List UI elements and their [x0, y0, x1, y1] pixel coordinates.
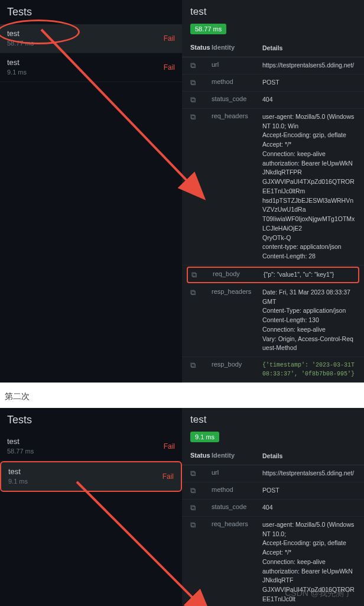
identity-cell: method — [212, 486, 262, 493]
identity-cell: resp_body — [212, 361, 262, 368]
link-icon[interactable]: ⧉ — [190, 112, 212, 122]
test-time: 58.77 ms — [7, 448, 175, 455]
link-icon[interactable]: ⧉ — [190, 361, 212, 370]
identity-cell: url — [212, 469, 262, 476]
identity-cell: resp_headers — [212, 288, 262, 295]
link-icon[interactable]: ⧉ — [191, 270, 213, 280]
time-badge: 58.77 ms — [190, 24, 226, 34]
identity-cell: req_body — [213, 270, 264, 277]
table-header: Status Identity Details — [182, 40, 364, 57]
table-row-url: ⧉urlhttps://testprentalsers5.dding.net/ — [182, 57, 364, 74]
identity-cell: status_code — [212, 95, 262, 102]
col-details: Details — [262, 452, 356, 461]
panel-1: Tests test 58.77 ms Fail test 9.1 ms Fai… — [0, 0, 364, 383]
details-cell: {'timestamp': '2023-03-31T08:33:37', '0f… — [262, 361, 356, 378]
table-row-resp_body: ⧉resp_body{'timestamp': '2023-03-31T08:3… — [182, 357, 364, 383]
identity-cell: url — [212, 61, 262, 68]
identity-cell: req_headers — [212, 112, 262, 119]
link-icon[interactable]: ⧉ — [190, 78, 212, 88]
details-cell: Date: Fri, 31 Mar 2023 08:33:37 GMT Cont… — [262, 288, 356, 353]
identity-cell: req_headers — [212, 520, 262, 527]
col-status: Status — [190, 452, 212, 459]
test-item-1[interactable]: test 58.77 ms Fail — [0, 432, 182, 461]
link-icon[interactable]: ⧉ — [190, 503, 212, 513]
table-row-url: ⧉urlhttps://testprentalsers5.dding.net/ — [182, 465, 364, 482]
table-header: Status Identity Details — [182, 448, 364, 465]
tests-header: Tests — [0, 0, 182, 24]
details-cell: 404 — [262, 95, 356, 105]
link-icon[interactable]: ⧉ — [190, 520, 212, 530]
panel-2: Tests test 58.77 ms Fail test 9.1 ms Fai… — [0, 408, 364, 606]
detail-header: test — [182, 408, 364, 429]
table-row-req_body: ⧉req_body{"p": "value1", "u": "key1"} — [187, 267, 359, 283]
link-icon[interactable]: ⧉ — [190, 95, 212, 105]
test-name: test — [7, 58, 175, 67]
test-status: Fail — [164, 34, 175, 43]
test-item-2[interactable]: test 9.1 ms Fail — [0, 53, 182, 82]
details-cell: user-agent: Mozilla/5.0 (Windows NT 10.0… — [262, 112, 356, 261]
detail-header: test — [182, 0, 364, 21]
test-name: test — [8, 467, 174, 476]
test-status: Fail — [162, 472, 174, 481]
table-row-req_headers: ⧉req_headersuser-agent: Mozilla/5.0 (Win… — [182, 109, 364, 265]
time-badge: 9.1 ms — [190, 432, 219, 442]
link-icon[interactable]: ⧉ — [190, 469, 212, 478]
table-row-status_code: ⧉status_code404 — [182, 500, 364, 517]
col-details: Details — [262, 44, 356, 53]
table-row-method: ⧉methodPOST — [182, 482, 364, 500]
details-cell: https://testprentalsers5.dding.net/ — [262, 61, 356, 70]
col-identity: Identity — [212, 44, 262, 51]
details-cell: 404 — [262, 503, 356, 513]
test-time: 58.77 ms — [7, 40, 175, 47]
tests-header: Tests — [0, 408, 182, 432]
test-item-1[interactable]: test 58.77 ms Fail — [0, 24, 182, 53]
test-name: test — [7, 29, 175, 38]
table-row-resp_headers: ⧉resp_headersDate: Fri, 31 Mar 2023 08:3… — [182, 284, 364, 357]
test-time: 9.1 ms — [7, 69, 175, 76]
col-identity: Identity — [212, 452, 262, 459]
link-icon[interactable]: ⧉ — [190, 288, 212, 297]
test-details: test 58.77 ms Status Identity Details ⧉u… — [182, 0, 364, 383]
tests-sidebar: Tests test 58.77 ms Fail test 9.1 ms Fai… — [0, 0, 182, 383]
test-status: Fail — [164, 442, 175, 451]
test-time: 9.1 ms — [8, 478, 174, 485]
tests-sidebar: Tests test 58.77 ms Fail test 9.1 ms Fai… — [0, 408, 182, 606]
details-cell: {"p": "value1", "u": "key1"} — [264, 270, 355, 280]
identity-cell: status_code — [212, 503, 262, 510]
link-icon[interactable]: ⧉ — [190, 61, 212, 70]
watermark: CSDN @我先测了 — [285, 588, 352, 599]
table-row-method: ⧉methodPOST — [182, 74, 364, 92]
test-details: test 9.1 ms Status Identity Details ⧉url… — [182, 408, 364, 606]
identity-cell: method — [212, 78, 262, 85]
details-cell: POST — [262, 78, 356, 88]
test-status: Fail — [164, 63, 175, 72]
details-cell: POST — [262, 486, 356, 495]
table-row-status_code: ⧉status_code404 — [182, 92, 364, 109]
test-item-2[interactable]: test 9.1 ms Fail — [0, 461, 182, 492]
col-status: Status — [190, 44, 212, 51]
divider-label: 第二次 — [0, 383, 364, 408]
link-icon[interactable]: ⧉ — [190, 486, 212, 495]
test-name: test — [7, 437, 175, 446]
details-cell: https://testprentalsers5.dding.net/ — [262, 469, 356, 478]
